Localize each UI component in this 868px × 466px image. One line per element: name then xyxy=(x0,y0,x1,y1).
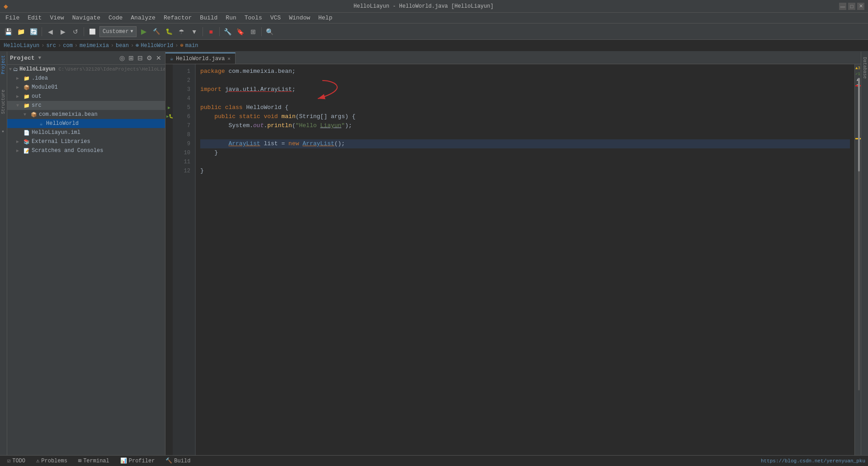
toolbar-coverage-btn[interactable]: ☂ xyxy=(176,26,187,37)
menu-file[interactable]: File xyxy=(2,14,23,22)
breadcrumb-main-icon: ⊕ xyxy=(180,42,184,49)
menu-navigate[interactable]: Navigate xyxy=(69,14,104,22)
toolbar-debug-btn[interactable]: 🐛 xyxy=(164,26,175,37)
tree-out[interactable]: ▶ 📁 out xyxy=(7,92,165,101)
todo-label: TODO xyxy=(12,458,25,464)
toolbar-stop-btn[interactable]: ■ xyxy=(206,26,217,37)
breadcrumb-helloworld[interactable]: HelloWorld xyxy=(141,43,173,49)
toolbar-config-dropdown[interactable]: Customer ▼ xyxy=(99,26,137,37)
sidebar-locate-btn[interactable]: ◎ xyxy=(118,53,126,62)
menu-refactor[interactable]: Refactor xyxy=(160,14,195,22)
code-line-7: System.out.println("Hello Liayun"); xyxy=(200,121,850,130)
toolbar-sep5 xyxy=(261,27,262,36)
left-panel: Project Structure ★ xyxy=(0,52,7,455)
close-button[interactable]: ✕ xyxy=(857,3,864,10)
project-icon[interactable]: Project xyxy=(0,53,7,76)
toolbar-more-btn[interactable]: ▼ xyxy=(189,26,200,37)
terminal-icon: ⊞ xyxy=(78,457,81,464)
toolbar-search-btn[interactable]: 🔍 xyxy=(264,26,275,37)
right-gutter: ▲3 ✓1 ▲ ▼ xyxy=(854,64,861,455)
tab-profiler[interactable]: 📊 Profiler xyxy=(116,456,160,465)
tree-iml[interactable]: ▶ 📄 HelloLiayun.iml xyxy=(7,128,165,137)
menu-build[interactable]: Build xyxy=(196,14,221,22)
favorites-icon[interactable]: ★ xyxy=(0,128,7,136)
tab-close-btn[interactable]: ✕ xyxy=(227,56,231,62)
menu-edit[interactable]: Edit xyxy=(24,14,45,22)
tab-build[interactable]: 🔨 Build xyxy=(161,456,195,465)
tab-terminal[interactable]: ⊞ Terminal xyxy=(74,456,114,465)
breadcrumb-bean[interactable]: bean xyxy=(116,43,129,49)
toolbar-build-btn[interactable]: 🔨 xyxy=(151,26,162,37)
tree-idea[interactable]: ▶ 📁 .idea xyxy=(7,74,165,83)
tree-extlibs[interactable]: ▶ 📚 External Libraries xyxy=(7,137,165,146)
toolbar-sep3 xyxy=(203,27,203,36)
toolbar-save-btn[interactable]: 💾 xyxy=(3,26,14,37)
structure-icon[interactable]: Structure xyxy=(0,88,7,116)
tree-arrow-package: ▼ xyxy=(24,112,29,117)
breadcrumb-root[interactable]: HelloLiayun xyxy=(4,43,39,49)
java-icon: ☕ xyxy=(38,120,45,127)
breadcrumb-meimeixia[interactable]: meimeixia xyxy=(80,43,109,49)
tree-module01[interactable]: ▶ 📦 Module01 xyxy=(7,83,165,92)
toolbar-open-btn[interactable]: 📁 xyxy=(15,26,26,37)
toolbar-bookmark-btn[interactable]: 🔖 xyxy=(235,26,246,37)
toolbar: 💾 📁 🔄 ◀ ▶ ↺ ⬜ Customer ▼ ▶ 🔨 🐛 ☂ ▼ ■ 🔧 🔖… xyxy=(0,24,868,40)
tree-arrow-scratches: ▶ xyxy=(16,148,22,153)
toolbar-expand-btn[interactable]: ⊞ xyxy=(248,26,259,37)
tree-package[interactable]: ▼ 📦 com.meimeixia.bean xyxy=(7,110,165,119)
sidebar-collapse-btn[interactable]: ⊟ xyxy=(137,53,144,62)
sidebar-expand-btn[interactable]: ⊞ xyxy=(127,53,135,62)
warnings-badge: ▲3 xyxy=(855,66,860,71)
breadcrumb-sep4: › xyxy=(111,43,114,49)
menu-run[interactable]: Run xyxy=(222,14,240,22)
xml-icon: 📄 xyxy=(23,129,30,136)
run-main-btn[interactable]: ▶ xyxy=(165,112,169,121)
toolbar-run-btn[interactable]: ▶ xyxy=(138,26,149,37)
toolbar-recent-btn[interactable]: ↺ xyxy=(70,26,81,37)
breadcrumb-sep3: › xyxy=(75,43,78,49)
sidebar-close-btn[interactable]: ✕ xyxy=(155,53,162,62)
project-folder-icon: 🗂 xyxy=(13,66,18,73)
menu-tools[interactable]: Tools xyxy=(241,14,266,22)
tree-package-label: com.meimeixia.bean xyxy=(39,111,98,118)
breadcrumb-main[interactable]: main xyxy=(185,43,198,49)
maximize-button[interactable]: □ xyxy=(848,3,855,10)
scroll-thumb[interactable] xyxy=(858,78,860,171)
sidebar-header: Project ▼ ◎ ⊞ ⊟ ⚙ ✕ xyxy=(7,52,165,65)
code-line-9: ArrayList list = new ArrayList(); xyxy=(200,139,850,148)
tree-out-label: out xyxy=(32,93,42,100)
menu-view[interactable]: View xyxy=(46,14,67,22)
menu-window[interactable]: Window xyxy=(285,14,314,22)
run-class-btn[interactable]: ▶ xyxy=(165,103,173,112)
sidebar-settings-btn[interactable]: ⚙ xyxy=(146,53,153,62)
tab-todo[interactable]: ☑ TODO xyxy=(3,456,30,465)
menu-help[interactable]: Help xyxy=(315,14,336,22)
menu-analyze[interactable]: Analyze xyxy=(127,14,159,22)
code-line-10: } xyxy=(200,148,850,157)
breadcrumb-com[interactable]: com xyxy=(63,43,73,49)
tree-helloworld[interactable]: ▶ ☕ HelloWorld xyxy=(7,119,165,128)
database-icon[interactable]: Database xyxy=(861,55,868,81)
library-icon: 📚 xyxy=(23,138,30,145)
scroll-track xyxy=(858,78,860,390)
toolbar-back-btn[interactable]: ◀ xyxy=(45,26,56,37)
tab-problems[interactable]: ⚠ Problems xyxy=(32,456,72,465)
toolbar-build2-btn[interactable]: 🔧 xyxy=(222,26,233,37)
menu-code[interactable]: Code xyxy=(105,14,126,22)
minimize-button[interactable]: — xyxy=(839,3,846,10)
tree-scratches-label: Scratches and Consoles xyxy=(32,147,103,154)
tree-src[interactable]: ▼ 📁 src xyxy=(7,101,165,110)
breadcrumb-sep5: › xyxy=(131,43,134,49)
toolbar-sync-btn[interactable]: 🔄 xyxy=(28,26,39,37)
toolbar-build-icon[interactable]: ⬜ xyxy=(87,26,98,37)
toolbar-forward-btn[interactable]: ▶ xyxy=(57,26,68,37)
tree-scratches[interactable]: ▶ 📝 Scratches and Consoles xyxy=(7,146,165,155)
tree-root[interactable]: ▼ 🗂 HelloLiayun C:\Users\32120\IdeaProje… xyxy=(7,65,165,74)
tree-src-label: src xyxy=(32,102,42,109)
code-editor[interactable]: package com.meimeixia.bean; import java.… xyxy=(196,64,854,455)
tab-helloworld[interactable]: ☕ HelloWorld.java ✕ xyxy=(165,52,236,64)
status-url: https://blog.csdn.net/yerenyuan_pku xyxy=(761,458,865,464)
menu-vcs[interactable]: VCS xyxy=(267,14,284,22)
breadcrumb-src[interactable]: src xyxy=(46,43,56,49)
bottom-panel: ☑ TODO ⚠ Problems ⊞ Terminal 📊 Profiler … xyxy=(0,455,868,466)
